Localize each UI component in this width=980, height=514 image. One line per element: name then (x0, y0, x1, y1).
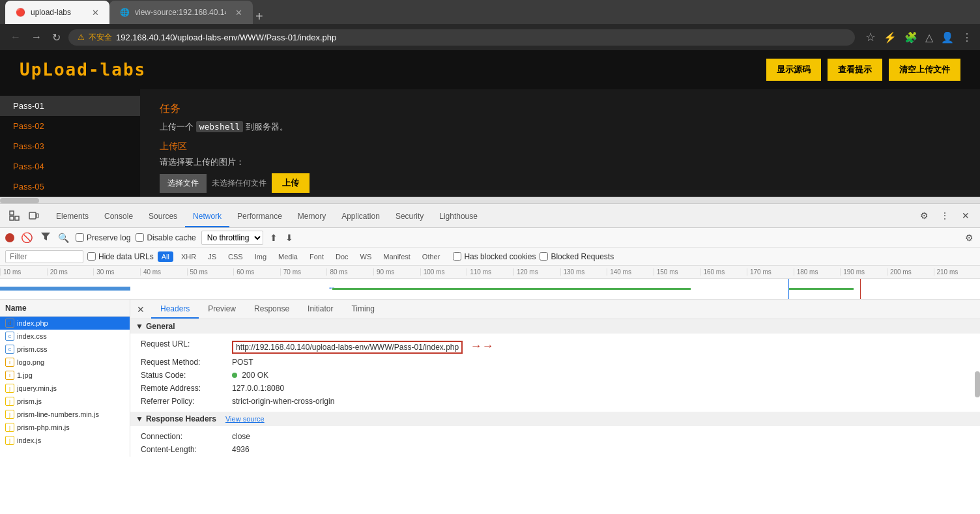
extension-icon-1[interactable]: ⚡ (884, 31, 897, 44)
tab-close-2[interactable]: ✕ (235, 8, 242, 18)
disable-cache-checkbox[interactable] (136, 233, 144, 242)
name-column-header: Name (0, 300, 130, 317)
filter-tag-other[interactable]: Other (418, 251, 444, 262)
ruler-mark-90: 90 ms (373, 268, 420, 276)
sidebar-item-pass05[interactable]: Pass-05 (0, 177, 140, 197)
tab-lighthouse[interactable]: Lighthouse (431, 207, 485, 227)
has-blocked-cookies-label[interactable]: Has blocked cookies (453, 252, 536, 261)
file-icon-js-4: j (5, 423, 14, 432)
list-item-prism-php-min-js[interactable]: j prism-php.min.js (0, 421, 130, 434)
filter-tag-ws[interactable]: WS (356, 251, 376, 262)
filter-toggle-button[interactable] (40, 231, 51, 244)
file-icon-css-1: c (5, 332, 14, 341)
throttle-select[interactable]: No throttling (201, 231, 263, 245)
blocked-requests-checkbox[interactable] (540, 252, 548, 261)
preserve-log-checkbox[interactable] (76, 233, 84, 242)
download-icon-button[interactable]: ⬇ (284, 231, 295, 244)
list-item-name-jquery-min-js: jquery.min.js (17, 384, 57, 392)
task-desc-pre: 上传一个 (160, 122, 194, 132)
filter-tag-font[interactable]: Font (306, 251, 328, 262)
devtools-close-icon[interactable]: ✕ (957, 207, 975, 225)
search-button[interactable]: 🔍 (57, 231, 70, 244)
disable-cache-label[interactable]: Disable cache (136, 233, 195, 242)
show-source-button[interactable]: 显示源码 (766, 59, 821, 81)
filter-tag-js[interactable]: JS (204, 251, 220, 262)
menu-icon[interactable]: ⋮ (962, 31, 972, 44)
hide-data-urls-label[interactable]: Hide data URLs (87, 252, 154, 261)
tab-performance[interactable]: Performance (229, 207, 290, 227)
has-blocked-cookies-checkbox[interactable] (453, 252, 461, 261)
submit-upload-button[interactable]: 上传 (272, 173, 310, 193)
bookmark-icon[interactable]: ☆ (865, 30, 876, 44)
clear-button[interactable]: 🚫 (20, 231, 35, 245)
clear-upload-button[interactable]: 清空上传文件 (889, 59, 960, 81)
ruler-mark-170: 170 ms (747, 268, 794, 276)
hide-data-urls-checkbox[interactable] (87, 252, 96, 261)
upload-icon-button[interactable]: ⬆ (268, 231, 279, 244)
tab-console[interactable]: Console (96, 207, 141, 227)
tab-application[interactable]: Application (334, 207, 388, 227)
filter-tag-manifest[interactable]: Manifest (379, 251, 414, 262)
preserve-log-label[interactable]: Preserve log (76, 233, 130, 242)
view-source-link[interactable]: View source (225, 415, 265, 423)
tab-view-source[interactable]: 🌐 view-source:192.168.40.140/u... ✕ (109, 1, 253, 24)
tab-security[interactable]: Security (388, 207, 431, 227)
details-tab-response[interactable]: Response (245, 300, 298, 319)
devtools-settings-icon[interactable]: ⚙ (915, 207, 933, 225)
list-item-index-js[interactable]: j index.js (0, 434, 130, 447)
filter-tag-xhr[interactable]: XHR (177, 251, 200, 262)
tab-close-1[interactable]: ✕ (92, 8, 99, 18)
filter-tag-media[interactable]: Media (274, 251, 302, 262)
extension-icon-3[interactable]: △ (925, 31, 933, 44)
tab-upload-labs[interactable]: 🔴 upload-labs ✕ (5, 1, 109, 24)
extension-icon-2[interactable]: 🧩 (904, 31, 917, 44)
svg-rect-1 (15, 216, 19, 220)
ruler-mark-160: 160 ms (700, 268, 747, 276)
tab-elements[interactable]: Elements (48, 207, 96, 227)
filter-tag-all[interactable]: All (158, 251, 173, 262)
list-item-logo-png[interactable]: i logo.png (0, 356, 130, 369)
tab-memory[interactable]: Memory (290, 207, 334, 227)
sidebar-item-pass03[interactable]: Pass-03 (0, 136, 140, 156)
list-item-index-css[interactable]: c index.css (0, 330, 130, 343)
list-item-jquery-min-js[interactable]: j jquery.min.js (0, 382, 130, 395)
details-tab-timing[interactable]: Timing (342, 300, 384, 319)
network-settings-icon[interactable]: ⚙ (964, 231, 975, 244)
profile-icon[interactable]: 👤 (941, 31, 954, 44)
reload-button[interactable]: ↻ (50, 29, 63, 46)
response-headers-section-header[interactable]: ▼ Response Headers View source (130, 412, 980, 426)
devtools-more-icon[interactable]: ⋮ (936, 207, 954, 225)
record-button[interactable] (5, 233, 14, 242)
list-item-1jpg[interactable]: i 1.jpg (0, 369, 130, 382)
list-item-index-php[interactable]: d index.php (0, 317, 130, 330)
list-item-prism-css[interactable]: c prism.css (0, 343, 130, 356)
back-button[interactable]: ← (8, 29, 23, 46)
new-tab-button[interactable]: + (255, 9, 263, 24)
scrollbar-thumb[interactable] (0, 198, 39, 203)
sidebar-item-pass02[interactable]: Pass-02 (0, 116, 140, 136)
details-tab-initiator[interactable]: Initiator (298, 300, 342, 319)
details-tab-preview[interactable]: Preview (199, 300, 245, 319)
list-item-prism-js[interactable]: j prism.js (0, 395, 130, 408)
device-toggle-icon[interactable] (25, 207, 43, 225)
filter-tag-doc[interactable]: Doc (332, 251, 353, 262)
horizontal-scrollbar[interactable] (0, 197, 980, 203)
choose-file-button[interactable]: 选择文件 (160, 174, 207, 193)
show-hints-button[interactable]: 查看提示 (828, 59, 882, 81)
list-item-prism-line-numbers[interactable]: j prism-line-numbers.min.js (0, 408, 130, 421)
tab-sources[interactable]: Sources (141, 207, 185, 227)
address-text[interactable]: 192.168.40.140/upload-labs-env/WWW/Pass-… (116, 33, 846, 42)
details-close-button[interactable]: ✕ (130, 300, 151, 319)
blocked-requests-label[interactable]: Blocked Requests (540, 252, 614, 261)
sidebar-item-pass04[interactable]: Pass-04 (0, 156, 140, 177)
details-tab-headers[interactable]: Headers (151, 300, 199, 319)
filter-input[interactable] (5, 250, 83, 263)
filter-tag-css[interactable]: CSS (224, 251, 247, 262)
filter-tag-img[interactable]: Img (251, 251, 270, 262)
forward-button[interactable]: → (29, 29, 44, 46)
general-section-header[interactable]: ▼ General (130, 319, 980, 334)
inspect-element-icon[interactable] (5, 207, 23, 225)
tab-network[interactable]: Network (185, 207, 229, 227)
list-item-name-index-js: index.js (17, 436, 41, 444)
sidebar-item-pass01[interactable]: Pass-01 (0, 96, 140, 116)
